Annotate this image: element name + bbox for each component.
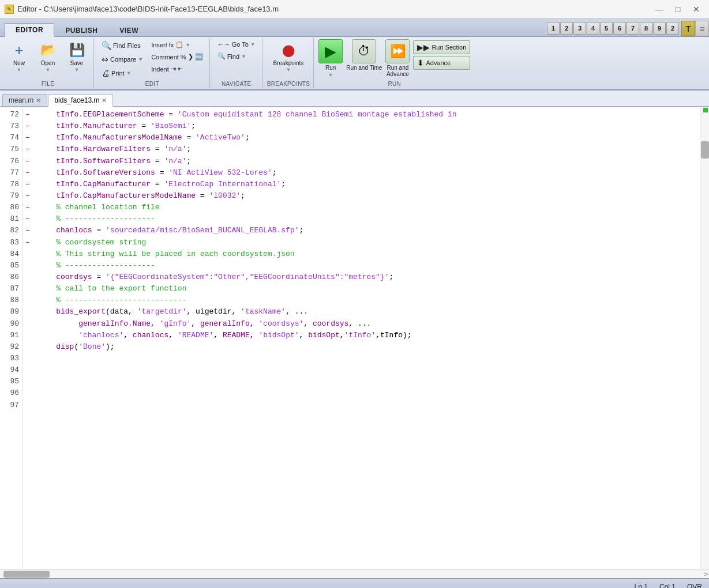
num-btn-7[interactable]: 7 [627, 22, 639, 35]
print-button[interactable]: 🖨 Print ▼ [99, 67, 146, 80]
run-and-time-button[interactable]: ⏱ [352, 39, 376, 63]
ribbon-group-run: ▶ Run ▼ ⏱ Run and Time ⏩ Run andAdvance [315, 38, 474, 88]
insert-button[interactable]: Insert fx 📋 ▼ [148, 39, 205, 50]
ribbon-group-edit: 🔍 Find Files ⇔ Compare ▼ 🖨 Print ▼ Inser… [95, 38, 210, 88]
advance-button[interactable]: ⬇ Advance [413, 56, 470, 70]
num-btn-5[interactable]: 5 [600, 22, 613, 35]
close-button[interactable]: ✕ [688, 3, 704, 16]
num-btn-8[interactable]: 8 [640, 22, 652, 35]
run-section-icon: ▶▶ [417, 43, 430, 52]
num-btn-9[interactable]: 9 [653, 22, 666, 35]
tab-editor[interactable]: EDITOR [5, 23, 54, 37]
editor-area[interactable]: 7273747576777879808182838485868788899091… [0, 107, 709, 569]
window-title: Editor - C:\Users\jimad\face13\code\BIDS… [17, 5, 279, 13]
tab-bids[interactable]: bids_face13.m ✕ [48, 94, 113, 107]
hamburger-menu[interactable]: ≡ [695, 21, 709, 36]
col-label: Col 1 [659, 583, 676, 589]
run-and-advance-label: Run andAdvance [387, 65, 409, 77]
status-bar: Ln 1 Col 1 OVR [0, 578, 709, 588]
scroll-thumb-horizontal[interactable] [3, 571, 50, 578]
open-icon: 📂 [39, 41, 57, 59]
breakpoints-icon: ⬤ [279, 41, 298, 59]
ribbon-group-file: + New ▼ 📂 Open ▼ 💾 Save ▼ FILE [2, 38, 94, 88]
minimize-button[interactable]: — [651, 3, 667, 16]
find-files-icon: 🔍 [102, 41, 111, 50]
vertical-scrollbar[interactable] [700, 107, 709, 569]
find-icon: 🔍 [217, 52, 226, 60]
new-icon: + [10, 41, 28, 59]
line-numbers: 7273747576777879808182838485868788899091… [0, 107, 23, 569]
run-and-advance-button[interactable]: ⏩ [385, 39, 410, 63]
run-play-icon: ▶ [325, 43, 336, 61]
goto-button[interactable]: ←→ Go To ▼ [215, 39, 258, 50]
advance-icon: ⬇ [417, 58, 424, 67]
navigate-group-label: NAVIGATE [222, 81, 251, 87]
run-section-button[interactable]: ▶▶ Run Section [413, 40, 470, 54]
num-btn-4[interactable]: 4 [587, 22, 599, 35]
edit-group-label: EDIT [145, 81, 159, 87]
file-group-label: FILE [42, 81, 54, 87]
compare-button[interactable]: ⇔ Compare ▼ [99, 53, 146, 66]
ribbon-group-breakpoints: ⬤ Breakpoints ▼ BREAKPOINTS [264, 38, 314, 88]
ribbon-tabs: EDITOR PUBLISH VIEW 1 2 3 4 5 6 7 8 9 2 … [0, 18, 709, 37]
new-button[interactable]: + New ▼ [6, 39, 32, 74]
open-button[interactable]: 📂 Open ▼ [35, 39, 61, 74]
comment-button[interactable]: Comment %❯🔤 [148, 51, 205, 62]
num-btn-1[interactable]: 1 [547, 22, 560, 35]
scroll-thumb-vertical[interactable] [701, 141, 709, 159]
find-button[interactable]: 🔍 Find ▼ [215, 51, 258, 62]
ribbon-toolbar: + New ▼ 📂 Open ▼ 💾 Save ▼ FILE 🔍 Find [0, 37, 709, 91]
indent-button[interactable]: Indent ⇥⇤ [148, 63, 205, 74]
compare-icon: ⇔ [102, 55, 108, 64]
tab-mean-label: mean.m [9, 96, 33, 104]
title-bar: ✎ Editor - C:\Users\jimad\face13\code\BI… [0, 0, 709, 18]
print-icon: 🖨 [102, 69, 110, 78]
tab-view[interactable]: VIEW [108, 24, 149, 37]
tab-mean-close[interactable]: ✕ [36, 97, 41, 104]
breakpoints-group-label: BREAKPOINTS [267, 81, 310, 87]
tab-bids-label: bids_face13.m [54, 96, 99, 104]
run-advance-icon: ⏩ [390, 44, 406, 59]
goto-icon: ←→ [217, 41, 230, 48]
tab-publish[interactable]: PUBLISH [54, 24, 108, 37]
find-files-button[interactable]: 🔍 Find Files [99, 39, 146, 52]
run-group-label: RUN [388, 81, 401, 87]
tab-mean[interactable]: mean.m ✕ [2, 94, 47, 106]
run-button[interactable]: ▶ [318, 39, 343, 63]
t-button[interactable]: T [681, 21, 695, 36]
line-indicators: –––––––––––– [23, 107, 33, 569]
maximize-button[interactable]: □ [670, 3, 686, 16]
num-btn-2[interactable]: 2 [560, 22, 573, 35]
mode-label: OVR [687, 583, 702, 589]
breakpoints-button[interactable]: ⬤ Breakpoints ▼ [269, 39, 308, 74]
app-icon: ✎ [5, 5, 14, 14]
num-btn-6[interactable]: 6 [613, 22, 626, 35]
num-btn-2b[interactable]: 2 [666, 22, 679, 35]
editor-tabs: mean.m ✕ bids_face13.m ✕ [0, 91, 709, 107]
timer-icon: ⏱ [358, 44, 370, 59]
bookmark-numbers-row1: 1 2 3 4 5 6 7 8 9 2 [547, 22, 679, 35]
code-content[interactable]: tInfo.EEGPlacementScheme = 'Custom equid… [33, 107, 700, 569]
run-label: Run [325, 65, 336, 71]
tab-bids-close[interactable]: ✕ [102, 97, 107, 104]
horizontal-scrollbar[interactable]: > [0, 569, 709, 578]
scroll-status-indicator [703, 108, 708, 112]
save-icon: 💾 [67, 41, 86, 59]
num-btn-3[interactable]: 3 [573, 22, 586, 35]
run-and-time-label: Run and Time [346, 65, 382, 71]
ln-label: Ln 1 [635, 583, 648, 589]
ribbon-group-navigate: ←→ Go To ▼ 🔍 Find ▼ NAVIGATE [211, 38, 262, 88]
save-button[interactable]: 💾 Save ▼ [63, 39, 90, 74]
